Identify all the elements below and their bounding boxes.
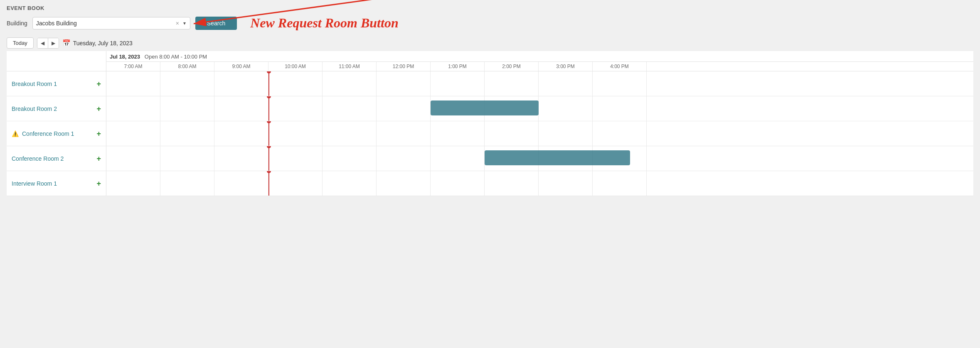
grid-cell [323, 71, 377, 96]
time-label: 11:00 AM [323, 62, 377, 71]
room-name-cell: ⚠️Conference Room 1+ [7, 121, 106, 146]
date-header-text: Jul 18, 2023 [110, 54, 140, 60]
current-time-line [268, 96, 269, 121]
grid-cell [431, 146, 485, 171]
room-timeline[interactable] [106, 146, 973, 171]
grid-cell [593, 121, 647, 146]
grid-cell [485, 71, 539, 96]
building-select-actions: × ▾ [175, 20, 187, 27]
current-time-line [268, 171, 269, 196]
time-labels-row: 7:00 AM8:00 AM9:00 AM10:00 AM11:00 AM12:… [106, 62, 973, 71]
time-label: 3:00 PM [539, 62, 593, 71]
grid-cell [214, 146, 268, 171]
date-info-row: Jul 18, 2023 Open 8:00 AM - 10:00 PM [106, 51, 973, 62]
current-date: 📅 Tuesday, July 18, 2023 [62, 39, 133, 47]
add-room-event-button[interactable]: + [96, 130, 101, 137]
grid-lines [106, 96, 973, 121]
time-label: 9:00 AM [214, 62, 268, 71]
grid-cell [539, 121, 593, 146]
add-room-event-button[interactable]: + [96, 180, 101, 187]
grid-cell [377, 96, 431, 121]
building-select-value: Jacobs Building [36, 20, 175, 27]
room-row: Conference Room 2+ [7, 146, 973, 171]
current-time-dot [267, 121, 271, 123]
room-name-cell: Breakout Room 1+ [7, 71, 106, 96]
grid-cell [214, 171, 268, 196]
room-name-cell: Interview Room 1+ [7, 171, 106, 196]
grid-cell [323, 96, 377, 121]
grid-cell [268, 171, 323, 196]
grid-cell [377, 71, 431, 96]
building-select[interactable]: Jacobs Building × ▾ [32, 17, 190, 29]
grid-cell [106, 146, 160, 171]
grid-cell [431, 171, 485, 196]
event-block[interactable] [485, 150, 630, 165]
current-time-line [268, 71, 269, 96]
room-timeline[interactable] [106, 171, 973, 196]
grid-cell [485, 171, 539, 196]
building-clear-button[interactable]: × [175, 20, 180, 27]
time-label: 10:00 AM [268, 62, 323, 71]
grid-cell [377, 171, 431, 196]
time-label: 4:00 PM [593, 62, 647, 71]
grid-cell [268, 96, 323, 121]
room-row: Breakout Room 1+ [7, 71, 973, 96]
grid-cell [268, 146, 323, 171]
annotation-text: New Request Room Button [250, 15, 399, 31]
time-label: 8:00 AM [160, 62, 214, 71]
room-name-text: Interview Room 1 [12, 180, 93, 187]
grid-cell [160, 121, 214, 146]
nav-bar: Today ◀ ▶ 📅 Tuesday, July 18, 2023 [7, 35, 973, 51]
toolbar: Building Jacobs Building × ▾ Search New … [7, 15, 973, 31]
room-name-text: Conference Room 1 [22, 130, 93, 137]
grid-cell [268, 121, 323, 146]
current-time-line [268, 121, 269, 146]
current-time-dot [267, 146, 271, 148]
grid-cell [431, 121, 485, 146]
room-name-text: Breakout Room 2 [12, 105, 93, 112]
building-dropdown-button[interactable]: ▾ [182, 20, 187, 26]
hours-label: Open 8:00 AM - 10:00 PM [145, 54, 207, 60]
prev-button[interactable]: ◀ [37, 38, 48, 48]
room-row: Interview Room 1+ [7, 171, 973, 196]
calendar-header: Jul 18, 2023 Open 8:00 AM - 10:00 PM 7:0… [7, 51, 973, 71]
time-label: 1:00 PM [431, 62, 485, 71]
grid-cell [323, 171, 377, 196]
add-room-event-button[interactable]: + [96, 105, 101, 113]
room-name-text: Conference Room 2 [12, 155, 93, 162]
building-label: Building [7, 20, 27, 27]
grid-cell [160, 71, 214, 96]
room-row: ⚠️Conference Room 1+ [7, 121, 973, 146]
time-label: 2:00 PM [485, 62, 539, 71]
warning-icon: ⚠️ [12, 130, 19, 137]
current-time-dot [267, 71, 271, 74]
grid-cell [106, 171, 160, 196]
event-block[interactable] [431, 100, 539, 115]
grid-cell [539, 171, 593, 196]
room-timeline[interactable] [106, 96, 973, 121]
time-label: 7:00 AM [106, 62, 160, 71]
add-room-event-button[interactable]: + [96, 80, 101, 88]
grid-lines [106, 171, 973, 196]
grid-cell [593, 71, 647, 96]
calendar-container: Jul 18, 2023 Open 8:00 AM - 10:00 PM 7:0… [7, 51, 973, 196]
grid-cell [323, 121, 377, 146]
add-room-event-button[interactable]: + [96, 155, 101, 162]
next-button[interactable]: ▶ [48, 38, 59, 48]
grid-cell [485, 121, 539, 146]
search-button[interactable]: Search [195, 17, 237, 30]
current-time-dot [267, 96, 271, 98]
grid-cell [377, 121, 431, 146]
room-timeline[interactable] [106, 121, 973, 146]
grid-cell [593, 96, 647, 121]
grid-cell [106, 96, 160, 121]
today-button[interactable]: Today [7, 37, 34, 49]
grid-cell [106, 121, 160, 146]
room-timeline[interactable] [106, 71, 973, 96]
grid-cell [323, 146, 377, 171]
room-row: Breakout Room 2+ [7, 96, 973, 121]
current-date-text: Tuesday, July 18, 2023 [73, 40, 133, 47]
calendar-body: Breakout Room 1+Breakout Room 2+⚠️Confer… [7, 71, 973, 196]
page-wrapper: EVENT BOOK Building Jacobs Building × ▾ … [0, 0, 980, 201]
grid-cell [539, 96, 593, 121]
